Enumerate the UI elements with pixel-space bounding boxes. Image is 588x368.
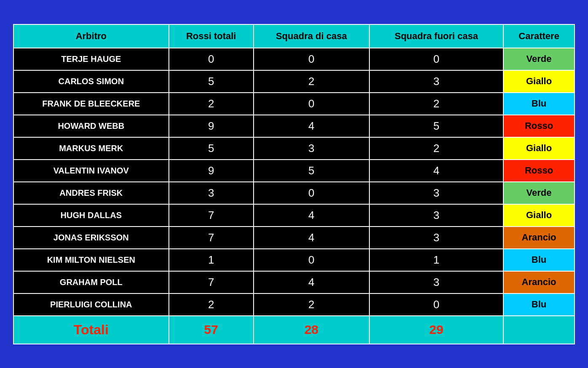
header-carattere: Carattere [503, 24, 575, 48]
casa-value: 4 [254, 271, 369, 293]
rossi-value: 7 [169, 271, 254, 293]
fuori-value: 3 [369, 227, 503, 249]
referee-name: CARLOS SIMON [13, 70, 169, 93]
fuori-value: 4 [369, 160, 503, 182]
rossi-value: 9 [169, 160, 254, 182]
carattere-value: Rosso [503, 160, 575, 182]
table-row: FRANK DE BLEECKERE202Blu [13, 93, 575, 115]
rossi-value: 1 [169, 249, 254, 271]
referees-table: Arbitro Rossi totali Squadra di casa Squ… [13, 24, 575, 344]
fuori-value: 3 [369, 271, 503, 293]
referee-name: PIERLUIGI COLLINA [13, 293, 169, 316]
referee-name: KIM MILTON NIELSEN [13, 249, 169, 271]
main-table-wrapper: Arbitro Rossi totali Squadra di casa Squ… [12, 23, 576, 346]
header-arbitro: Arbitro [13, 24, 169, 48]
footer-empty [503, 316, 575, 344]
rossi-value: 7 [169, 204, 254, 227]
casa-value: 3 [254, 137, 369, 160]
casa-value: 4 [254, 204, 369, 227]
rossi-value: 0 [169, 48, 254, 70]
table-row: MARKUS MERK532Giallo [13, 137, 575, 160]
table-row: VALENTIN IVANOV954Rosso [13, 160, 575, 182]
rossi-value: 9 [169, 115, 254, 137]
referee-name: FRANK DE BLEECKERE [13, 93, 169, 115]
header-casa: Squadra di casa [254, 24, 369, 48]
rossi-value: 3 [169, 182, 254, 204]
table-row: CARLOS SIMON523Giallo [13, 70, 575, 93]
referee-name: GRAHAM POLL [13, 271, 169, 293]
fuori-value: 3 [369, 204, 503, 227]
table-row: KIM MILTON NIELSEN101Blu [13, 249, 575, 271]
fuori-value: 2 [369, 93, 503, 115]
casa-value: 0 [254, 93, 369, 115]
fuori-value: 3 [369, 70, 503, 93]
carattere-value: Verde [503, 182, 575, 204]
casa-value: 2 [254, 70, 369, 93]
carattere-value: Arancio [503, 271, 575, 293]
referee-name: MARKUS MERK [13, 137, 169, 160]
casa-value: 4 [254, 227, 369, 249]
header-fuori: Squadra fuori casa [369, 24, 503, 48]
table-row: HUGH DALLAS743Giallo [13, 204, 575, 227]
table-row: GRAHAM POLL743Arancio [13, 271, 575, 293]
footer-casa: 28 [254, 316, 369, 344]
carattere-value: Giallo [503, 204, 575, 227]
referee-name: HUGH DALLAS [13, 204, 169, 227]
casa-value: 2 [254, 293, 369, 316]
table-row: PIERLUIGI COLLINA220Blu [13, 293, 575, 316]
fuori-value: 0 [369, 293, 503, 316]
carattere-value: Blu [503, 293, 575, 316]
carattere-value: Verde [503, 48, 575, 70]
casa-value: 4 [254, 115, 369, 137]
rossi-value: 2 [169, 93, 254, 115]
table-row: JONAS ERIKSSON743Arancio [13, 227, 575, 249]
carattere-value: Blu [503, 93, 575, 115]
table-row: HOWARD WEBB945Rosso [13, 115, 575, 137]
referee-name: JONAS ERIKSSON [13, 227, 169, 249]
referee-name: ANDRES FRISK [13, 182, 169, 204]
footer-fuori: 29 [369, 316, 503, 344]
fuori-value: 3 [369, 182, 503, 204]
fuori-value: 5 [369, 115, 503, 137]
casa-value: 0 [254, 48, 369, 70]
rossi-value: 2 [169, 293, 254, 316]
footer-rossi: 57 [169, 316, 254, 344]
carattere-value: Rosso [503, 115, 575, 137]
rossi-value: 5 [169, 137, 254, 160]
fuori-value: 2 [369, 137, 503, 160]
header-rossi: Rossi totali [169, 24, 254, 48]
casa-value: 5 [254, 160, 369, 182]
footer-label: Totali [13, 316, 169, 344]
referee-name: HOWARD WEBB [13, 115, 169, 137]
table-row: TERJE HAUGE000Verde [13, 48, 575, 70]
rossi-value: 7 [169, 227, 254, 249]
carattere-value: Blu [503, 249, 575, 271]
carattere-value: Arancio [503, 227, 575, 249]
casa-value: 0 [254, 249, 369, 271]
carattere-value: Giallo [503, 137, 575, 160]
rossi-value: 5 [169, 70, 254, 93]
fuori-value: 1 [369, 249, 503, 271]
carattere-value: Giallo [503, 70, 575, 93]
casa-value: 0 [254, 182, 369, 204]
fuori-value: 0 [369, 48, 503, 70]
header-row: Arbitro Rossi totali Squadra di casa Squ… [13, 24, 575, 48]
table-row: ANDRES FRISK303Verde [13, 182, 575, 204]
referee-name: VALENTIN IVANOV [13, 160, 169, 182]
footer-row: Totali 57 28 29 [13, 316, 575, 344]
referee-name: TERJE HAUGE [13, 48, 169, 70]
